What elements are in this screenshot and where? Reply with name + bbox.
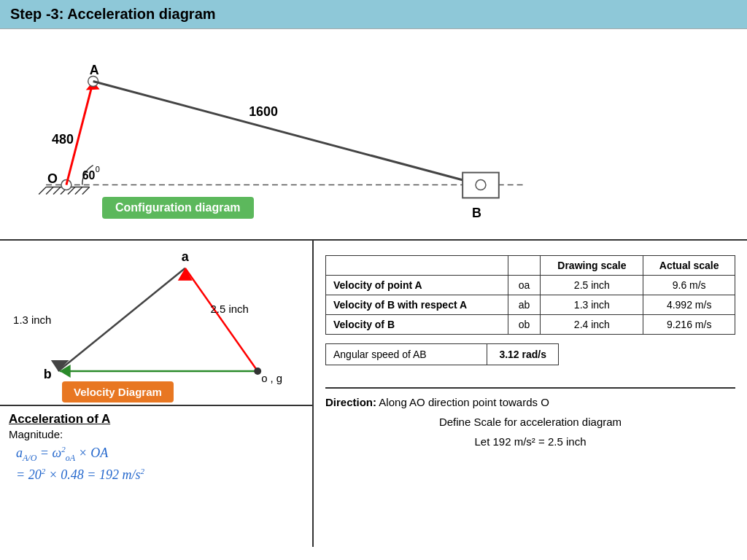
left-panel: a b o , g 2.5 inch 1.3 inch 2.4 inch Vel… xyxy=(0,241,314,547)
row3-symbol: ob xyxy=(508,315,541,335)
svg-text:2.5 inch: 2.5 inch xyxy=(211,303,249,315)
angular-speed-row: Angular speed of AB 3.12 rad/s xyxy=(325,343,559,365)
svg-line-18 xyxy=(93,82,481,185)
svg-line-23 xyxy=(58,268,185,371)
direction-bold-label: Direction: xyxy=(325,396,376,408)
svg-text:A: A xyxy=(90,63,99,77)
velocity-diagram-label: Velocity Diagram xyxy=(62,381,174,402)
angular-speed-unit: rad/s xyxy=(522,349,546,360)
svg-text:480: 480 xyxy=(52,132,74,147)
row3-drawing: 2.4 inch xyxy=(541,315,643,335)
page-header: Step -3: Acceleration diagram xyxy=(0,0,747,29)
angular-speed-number: 3.12 xyxy=(499,349,519,360)
table-header-drawing: Drawing scale xyxy=(541,256,643,276)
svg-text:o , g: o , g xyxy=(261,373,282,384)
direction-section: Direction: Along AO direction point towa… xyxy=(325,387,735,448)
row2-symbol: ab xyxy=(508,295,541,315)
svg-point-21 xyxy=(476,180,486,190)
direction-line: Direction: Along AO direction point towa… xyxy=(325,396,735,408)
header-title: Step -3: Acceleration diagram xyxy=(10,6,216,22)
accel-result: = 202 × 0.48 = 192 m/s2 xyxy=(16,467,303,483)
svg-text:a: a xyxy=(182,249,190,264)
row1-drawing: 2.5 inch xyxy=(541,276,643,295)
row1-symbol: oa xyxy=(508,276,541,295)
svg-line-1 xyxy=(39,187,46,194)
row1-label: Velocity of point A xyxy=(326,276,508,295)
svg-line-25 xyxy=(185,268,258,371)
accel-title: Acceleration of A xyxy=(9,412,303,427)
acceleration-section: Acceleration of A Magnitude: aA/O = ω2oA… xyxy=(0,405,312,547)
angular-speed-label: Angular speed of AB xyxy=(326,344,487,365)
angular-speed-value: 3.12 rad/s xyxy=(487,344,558,365)
svg-point-29 xyxy=(254,368,261,375)
row2-label: Velocity of B with respect A xyxy=(326,295,508,315)
table-header-empty2 xyxy=(508,256,541,276)
row1-actual: 9.6 m/s xyxy=(643,276,735,295)
row3-actual: 9.216 m/s xyxy=(643,315,735,335)
config-diagram-label: Configuration diagram xyxy=(102,197,254,219)
table-row: Velocity of B with respect A ab 1.3 inch… xyxy=(326,295,735,315)
svg-line-2 xyxy=(46,187,53,194)
svg-text:1600: 1600 xyxy=(249,104,278,119)
row3-label: Velocity of B xyxy=(326,315,508,335)
direction-text-content: Along AO direction point towards O xyxy=(379,396,549,408)
svg-text:O: O xyxy=(47,171,58,186)
table-header-actual: Actual scale xyxy=(643,256,735,276)
right-panel: Drawing scale Actual scale Velocity of p… xyxy=(314,241,747,547)
svg-text:B: B xyxy=(472,206,481,220)
svg-line-6 xyxy=(75,187,82,194)
svg-text:1.3 inch: 1.3 inch xyxy=(13,314,51,326)
config-diagram-area: O 60 0 A 480 1600 B Configuration diagra… xyxy=(0,29,747,241)
svg-text:0: 0 xyxy=(96,165,100,174)
lower-area: a b o , g 2.5 inch 1.3 inch 2.4 inch Vel… xyxy=(0,241,747,547)
scale-line2: Let 192 m/s² = 2.5 inch xyxy=(325,435,735,448)
row2-actual: 4.992 m/s xyxy=(643,295,735,315)
svg-line-7 xyxy=(82,187,90,194)
svg-text:60: 60 xyxy=(82,169,96,182)
table-row: Velocity of B ob 2.4 inch 9.216 m/s xyxy=(326,315,735,335)
accel-formula-line1: aA/O = ω2oA × OA xyxy=(16,445,303,464)
svg-line-3 xyxy=(53,187,61,194)
scale-line1: Define Scale for acceleration diagram xyxy=(325,416,735,428)
row2-drawing: 1.3 inch xyxy=(541,295,643,315)
accel-magnitude-label: Magnitude: xyxy=(9,428,303,440)
velocity-table: Drawing scale Actual scale Velocity of p… xyxy=(325,255,735,335)
table-header-empty1 xyxy=(326,256,508,276)
table-row: Velocity of point A oa 2.5 inch 9.6 m/s xyxy=(326,276,735,295)
svg-text:b: b xyxy=(44,367,52,381)
